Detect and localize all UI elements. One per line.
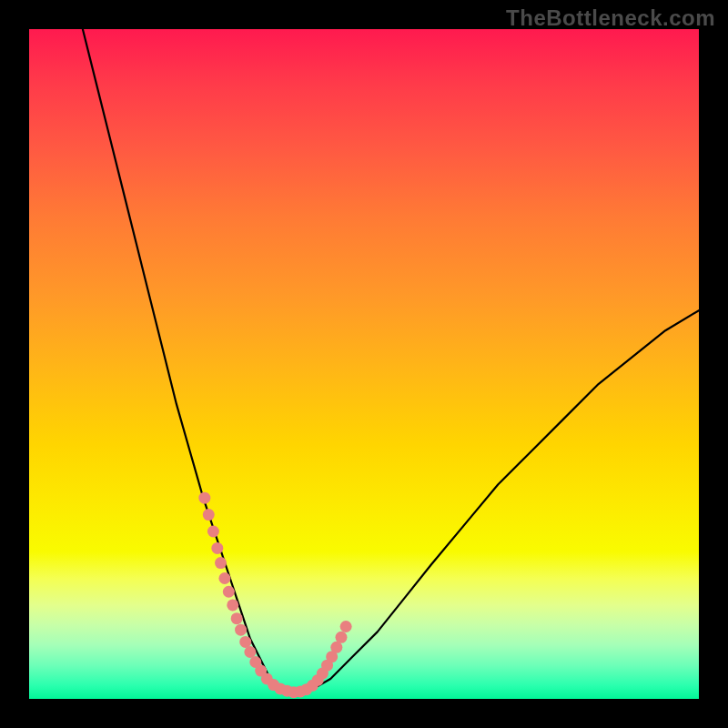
chart-overlay [29,29,699,699]
highlight-dot [244,646,256,658]
highlight-dot [215,557,227,569]
highlight-dot [207,526,219,538]
bottleneck-curve [83,29,699,693]
highlight-dot [223,586,235,598]
highlight-dot [198,492,210,504]
highlight-dot [335,632,347,643]
highlight-dot [211,542,223,554]
highlight-dot [239,636,251,648]
highlight-dot [218,572,230,584]
highlight-dot [340,621,352,632]
highlight-dot [203,509,215,521]
watermark-text: TheBottleneck.com [506,5,715,31]
chart-frame: TheBottleneck.com [0,0,728,728]
highlight-dot [330,642,342,653]
highlight-dot [231,612,243,624]
highlight-dots-group [198,492,351,698]
highlight-dot [235,624,247,636]
highlight-dot [227,599,238,611]
